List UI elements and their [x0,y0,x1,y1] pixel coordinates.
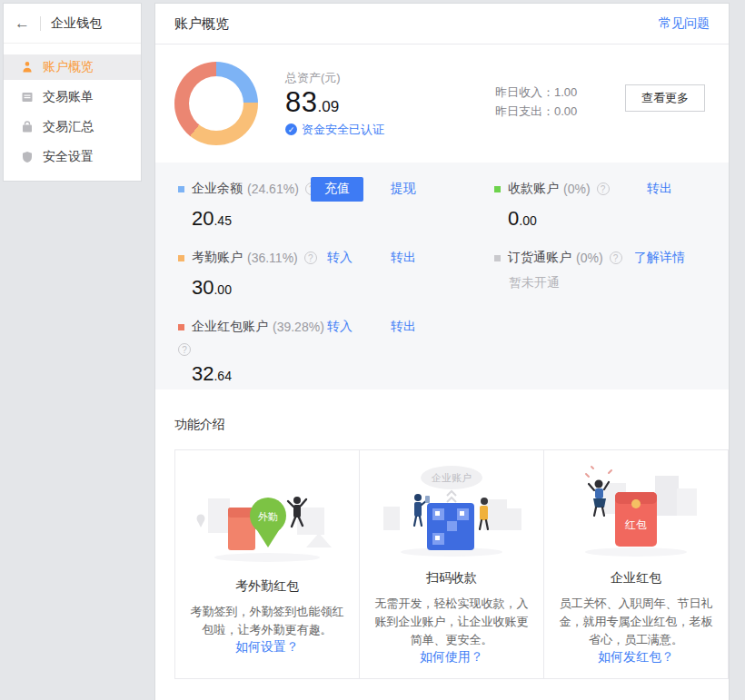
sidebar-item-account-overview[interactable]: 账户概览 [4,54,141,80]
field-red-packet-illustration: 外勤 [190,459,344,577]
transfer-in-link[interactable]: 转入 [311,250,369,266]
sidebar-item-label: 交易汇总 [43,119,94,135]
help-icon[interactable]: ? [597,182,610,195]
main-panel: 账户概览 常见问题 总资产(元) 83.09 ✓ 资金安全已认证 昨日收入：1.… [154,3,730,700]
sidebar-header: ← 企业钱包 [4,4,141,44]
svg-text:红包: 红包 [624,518,647,531]
svg-text:企业账户: 企业账户 [431,472,472,483]
asset-donut-chart [174,62,258,145]
transfer-in-link[interactable]: 转入 [311,319,369,335]
scan-collect-illustration: 企业账户 [374,459,529,568]
features-section: 功能介绍 外勤 [155,389,729,679]
security-certified-badge[interactable]: ✓ 资金安全已认证 [285,122,384,138]
wallet-user-icon [21,61,34,74]
feature-title: 企业红包 [611,570,661,587]
sidebar: ← 企业钱包 账户概览 交易账单 交易汇总 安全设置 [3,3,142,182]
view-more-button[interactable]: 查看更多 [625,84,705,112]
sidebar-item-label: 账户概览 [43,59,94,75]
account-value: 30.00 [192,276,494,300]
account-value: 32.64 [192,362,494,386]
feature-card-scan-collect: 企业账户 [359,449,544,679]
help-icon[interactable]: ? [610,251,622,264]
feature-card-corp-red-packet: 红包 企业红包 员工关怀、入职周年、节日礼金，就用专属企业红包，老板省心，员工满… [543,449,729,679]
how-to-send-link[interactable]: 如何发红包？ [598,649,674,665]
certified-label: 资金安全已认证 [302,122,384,138]
account-red-packet: 企业红包账户 (39.28%) 转入 转出 ? 32.64 [178,315,494,386]
accounts-section: 企业余额 (24.61%) ? 充值 提现 20.45 收款账户 (0%) ? … [155,163,729,389]
faq-link[interactable]: 常见问题 [659,15,710,32]
recharge-button[interactable]: 充值 [311,177,363,202]
account-name: 订货通账户 [508,250,571,266]
how-to-set-link[interactable]: 如何设置？ [235,639,299,656]
total-assets-value: 83.09 [285,86,384,119]
back-arrow-icon[interactable]: ← [15,15,30,31]
bullet-red-packet [178,324,184,330]
sidebar-item-label: 安全设置 [43,149,94,165]
transfer-out-link[interactable]: 转出 [631,181,689,197]
account-corp-balance: 企业余额 (24.61%) ? 充值 提现 20.45 [178,177,494,231]
total-assets: 总资产(元) 83.09 ✓ 资金安全已认证 [285,70,384,138]
bill-icon [21,91,34,104]
sidebar-item-security-settings[interactable]: 安全设置 [4,144,141,170]
app-title: 企业钱包 [51,15,102,32]
account-percent: (0%) [563,182,591,196]
transfer-out-link[interactable]: 转出 [374,319,432,335]
account-attendance: 考勤账户 (36.11%) ? 转入 转出 30.00 [178,246,494,300]
feature-description: 考勤签到，外勤签到也能领红包啦，让考外勤更有趣。 [190,603,344,639]
account-percent: (24.61%) [247,182,299,196]
total-assets-label: 总资产(元) [285,70,384,86]
account-percent: (0%) [576,251,603,265]
how-to-use-link[interactable]: 如何使用？ [420,649,483,665]
account-name: 企业红包账户 [192,319,268,335]
feature-title: 扫码收款 [426,570,477,587]
divider [40,16,41,31]
account-name: 企业余额 [192,181,243,197]
sidebar-nav: 账户概览 交易账单 交易汇总 安全设置 [4,44,141,170]
account-name: 收款账户 [508,181,559,197]
sidebar-item-transaction-summary[interactable]: 交易汇总 [4,114,141,140]
bullet-attendance [178,255,184,261]
certified-check-icon: ✓ [285,123,297,135]
yesterday-income: 昨日收入：1.00 [495,83,577,102]
transfer-out-link[interactable]: 转出 [374,250,432,266]
account-percent: (36.11%) [247,251,298,265]
account-name: 考勤账户 [192,250,243,266]
summary-bag-icon [21,121,34,133]
feature-title: 考外勤红包 [235,578,299,595]
asset-overview: 总资产(元) 83.09 ✓ 资金安全已认证 昨日收入：1.00 昨日支出：0.… [155,44,729,163]
shield-icon [21,151,34,163]
yesterday-summary: 昨日收入：1.00 昨日支出：0.00 [495,83,577,121]
svg-text:外勤: 外勤 [258,511,278,522]
feature-card-field-red-packet: 外勤 考外勤红包 考勤签到，外勤签到也能领红包啦，让考外勤更有趣。 如何设置？ [174,449,360,679]
bullet-receiving [494,186,501,192]
corp-red-packet-illustration: 红包 [559,459,713,568]
account-dinghuotong: 订货通账户 (0%) ? 了解详情 暂未开通 [494,246,710,300]
bullet-corp-balance [178,186,184,192]
page-title: 账户概览 [174,15,229,33]
withdraw-link[interactable]: 提现 [374,181,432,197]
panel-header: 账户概览 常见问题 [155,4,729,44]
account-value: 0.00 [508,207,710,231]
help-icon[interactable]: ? [178,343,191,356]
learn-more-link[interactable]: 了解详情 [631,250,689,266]
features-title: 功能介绍 [174,417,710,433]
sidebar-item-label: 交易账单 [43,89,94,105]
bullet-dinghuotong [494,255,501,261]
sidebar-item-transaction-bill[interactable]: 交易账单 [4,84,141,110]
account-value: 20.45 [192,207,494,231]
account-status: 暂未开通 [509,275,710,291]
yesterday-expense: 昨日支出：0.00 [495,102,577,121]
feature-description: 员工关怀、入职周年、节日礼金，就用专属企业红包，老板省心，员工满意。 [559,595,713,649]
feature-description: 无需开发，轻松实现收款，入账到企业账户，让企业收账更简单、更安全。 [374,595,529,649]
account-receiving: 收款账户 (0%) ? 转出 0.00 [494,177,710,231]
